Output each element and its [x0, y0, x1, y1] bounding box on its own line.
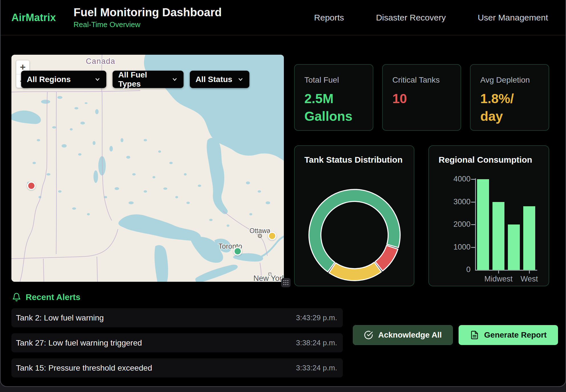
stat-label: Total Fuel [304, 75, 363, 85]
header: AirMatrix Fuel Monitoring Dashboard Real… [1, 0, 565, 35]
tank-marker-critical[interactable] [27, 181, 36, 190]
stat-label: Avg Depletion [480, 75, 539, 85]
acknowledge-all-label: Acknowledge All [378, 330, 442, 340]
stats-row: Total Fuel 2.5M Gallons Critical Tanks 1… [294, 64, 549, 131]
status-filter-value: All Status [196, 75, 232, 84]
regional-consumption-bar-chart: 01000200030004000MidwestWest [429, 146, 550, 287]
chevron-down-icon [237, 76, 244, 83]
alerts-list: Tank 2: Low fuel warning 3:43:29 p.m. Ta… [11, 308, 343, 377]
grip-icon [283, 279, 289, 286]
x-tick-mark [498, 271, 499, 273]
stat-card-total-fuel: Total Fuel 2.5M Gallons [294, 64, 373, 131]
regional-consumption-card: Regional Consumption 01000200030004000Mi… [428, 145, 549, 286]
alert-time: 3:33:24 p.m. [296, 364, 337, 372]
map-marker-layer [11, 55, 284, 282]
acknowledge-all-button[interactable]: Acknowledge All [353, 325, 453, 345]
y-axis [475, 178, 476, 271]
stat-card-critical-tanks: Critical Tanks 10 [382, 64, 461, 131]
alert-time: 3:38:24 p.m. [296, 338, 337, 347]
y-tick-label: 2000 [429, 220, 471, 229]
stat-value: 1.8%/ day [480, 90, 539, 125]
nav-item-reports[interactable]: Reports [314, 13, 344, 23]
stat-label: Critical Tanks [392, 75, 451, 85]
alert-text: Tank 2: Low fuel warning [16, 313, 104, 322]
y-tick-mark [471, 224, 475, 225]
tank-marker-normal[interactable] [233, 247, 242, 256]
nav-item-user-management[interactable]: User Management [478, 13, 548, 23]
stat-value: 10 [392, 90, 451, 107]
bell-icon [12, 293, 21, 302]
status-filter-dropdown[interactable]: All Status [190, 71, 249, 88]
tank-marker-warning[interactable] [268, 232, 276, 240]
bar-midwest [492, 202, 504, 270]
title-block: Fuel Monitoring Dashboard Real-Time Over… [74, 6, 222, 29]
tank-status-card: Tank Status Distribution [294, 145, 414, 286]
main-nav: Reports Disaster Recovery User Managemen… [314, 13, 548, 23]
donut-chart-title: Tank Status Distribution [304, 155, 402, 165]
y-tick-mark [471, 247, 475, 248]
page-title: Fuel Monitoring Dashboard [74, 6, 222, 19]
file-text-icon [470, 330, 479, 340]
chevron-down-icon [94, 76, 101, 83]
bar-west [523, 206, 535, 270]
bar-south [508, 224, 520, 270]
map-resize-handle[interactable] [281, 278, 290, 287]
y-tick-label: 1000 [429, 243, 471, 252]
stat-value: 2.5M Gallons [304, 90, 363, 125]
x-tick-label-west: West [509, 275, 549, 283]
y-tick-label: 4000 [429, 175, 471, 183]
donut-segment-critical [375, 246, 398, 271]
alert-text: Tank 15: Pressure threshold exceeded [16, 364, 152, 373]
alert-time: 3:43:29 p.m. [296, 313, 337, 322]
y-tick-label: 0 [429, 265, 471, 274]
y-tick-mark [471, 202, 475, 203]
region-filter-value: All Regions [27, 75, 71, 84]
y-tick-label: 3000 [429, 197, 471, 206]
fuel-type-filter-value: All Fuel Types [118, 70, 172, 89]
x-tick-mark [529, 271, 530, 273]
map-filters: All Regions All Fuel Types All Status [21, 71, 249, 88]
recent-alerts-title: Recent Alerts [26, 292, 80, 302]
stat-card-avg-depletion: Avg Depletion 1.8%/ day [470, 64, 549, 131]
dashboard-window: AirMatrix Fuel Monitoring Dashboard Real… [0, 0, 566, 387]
page-subtitle: Real-Time Overview [74, 20, 222, 29]
region-filter-dropdown[interactable]: All Regions [21, 71, 106, 88]
tank-status-donut-chart [303, 184, 406, 286]
generate-report-button[interactable]: Generate Report [459, 325, 558, 345]
map-canvas[interactable]: CanadaOttawaTorontoNew York + − All Regi… [11, 55, 284, 282]
y-tick-mark [471, 179, 475, 180]
generate-report-label: Generate Report [484, 330, 547, 340]
alert-row[interactable]: Tank 27: Low fuel warning triggered 3:38… [11, 333, 343, 352]
alert-row[interactable]: Tank 2: Low fuel warning 3:43:29 p.m. [11, 308, 343, 327]
alert-text: Tank 27: Low fuel warning triggered [16, 338, 142, 348]
x-axis [475, 270, 537, 271]
alert-row[interactable]: Tank 15: Pressure threshold exceeded 3:3… [11, 358, 343, 377]
check-circle-icon [364, 330, 373, 340]
nav-item-disaster-recovery[interactable]: Disaster Recovery [376, 13, 446, 23]
bar-northeast [477, 179, 489, 270]
recent-alerts-header: Recent Alerts [12, 292, 80, 302]
donut-segment-warning [329, 262, 382, 281]
app-logo: AirMatrix [11, 12, 56, 24]
fuel-type-filter-dropdown[interactable]: All Fuel Types [113, 71, 184, 88]
chevron-down-icon [172, 76, 178, 83]
